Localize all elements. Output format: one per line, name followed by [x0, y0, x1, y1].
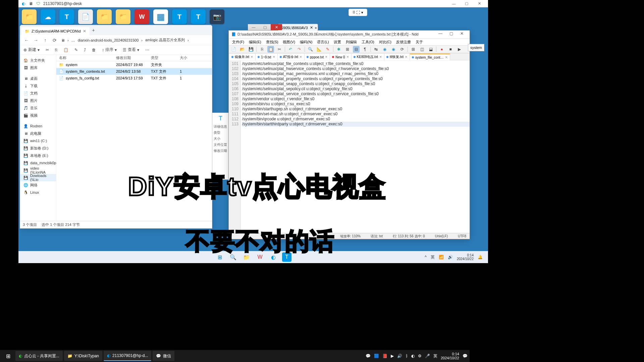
view-button[interactable]: ☰ 查看 ▾	[123, 47, 139, 53]
sidebar-item-network[interactable]: 🌐网络	[20, 181, 56, 189]
tray-wifi-icon[interactable]: 📶	[439, 255, 444, 259]
sidebar-item-pictures[interactable]: 🖼图片	[20, 97, 56, 104]
desktop-icon[interactable]: T	[59, 9, 74, 24]
file-tab[interactable]: pppoe.txt✕	[305, 54, 330, 60]
rename-button[interactable]: ✎	[74, 48, 78, 52]
tool-icon[interactable]: ◉	[381, 46, 388, 53]
new-icon[interactable]: 📄	[230, 46, 237, 53]
taskbar-app[interactable]: 📁Y:\Disk\Typan	[64, 351, 102, 361]
desktop-icon[interactable]: 📁	[22, 9, 37, 24]
close-icon[interactable]: ✕	[83, 29, 86, 34]
tray-bluetooth-icon[interactable]: ᛒ	[406, 354, 408, 358]
file-row[interactable]: 📁system 2024/8/27 19:48文件夹	[56, 61, 212, 68]
play-icon[interactable]: ▶	[456, 46, 463, 53]
sidebar-item-thispc[interactable]: 🖥此电脑	[20, 130, 56, 137]
desktop-icon[interactable]: ▦	[153, 9, 168, 24]
sidebar-item-drive[interactable]: 💾data_mmcblk0p	[20, 159, 56, 167]
file-tab[interactable]: AT指令.txt✕	[278, 54, 305, 60]
desktop-icon[interactable]: T	[191, 9, 206, 24]
tray-ime[interactable]: 英	[433, 353, 437, 359]
start-button[interactable]: ⊞	[2, 351, 14, 361]
tray-icon[interactable]: 💬	[366, 354, 371, 358]
taskbar-app[interactable]: ◐点心云 - 共享闲置...	[15, 351, 63, 361]
taskbar-app[interactable]: 💬微信	[153, 351, 174, 361]
close-button[interactable]: ✕	[271, 24, 282, 30]
minimize-button[interactable]: —	[448, 0, 460, 7]
desktop-icon[interactable]: ☁	[41, 9, 55, 24]
tool-icon[interactable]: ↹	[373, 46, 379, 53]
find-icon[interactable]: 🔍	[307, 46, 314, 53]
desktop-icon[interactable]: T	[172, 9, 187, 24]
copy-button[interactable]: ⎘	[55, 48, 57, 52]
tool-icon[interactable]: ⊞	[410, 46, 417, 53]
paste-button[interactable]: 📋	[63, 48, 68, 52]
forward-button[interactable]: →	[33, 37, 39, 43]
desktop-icon[interactable]: 📷	[210, 9, 224, 24]
copy-icon[interactable]: ⎘	[259, 46, 265, 53]
up-button[interactable]: ↑	[42, 37, 48, 43]
sidebar-item-linux[interactable]: 🐧Linux	[20, 189, 56, 196]
maximize-button[interactable]: ▢	[446, 31, 456, 38]
undo-icon[interactable]: ↶	[287, 46, 294, 53]
breadcrumb[interactable]: 🖥› …dianxin-android-tools_202409231500› …	[61, 38, 189, 43]
desktop-icon[interactable]: 📄	[78, 9, 93, 24]
new-button[interactable]: ⊕ 新建 ▾	[23, 47, 40, 53]
menu-encoding[interactable]: 编码(N)	[300, 40, 312, 45]
tool-icon[interactable]: ✱	[335, 46, 342, 53]
menu-compare[interactable]: 对比(C)	[379, 40, 391, 45]
redo-icon[interactable]: ↷	[296, 46, 303, 53]
file-tab[interactable]: New 0✕	[330, 54, 351, 60]
sidebar-item-drive[interactable]: 💾新加卷 (D:)	[20, 144, 56, 152]
tool-icon[interactable]: 📐	[316, 46, 322, 53]
file-tab[interactable]: system_file_cont…✕	[410, 54, 450, 60]
tool-icon[interactable]: ◉	[390, 46, 397, 53]
taskbar-app[interactable]: ◐211307901@hp-d...	[104, 351, 151, 361]
status-eol[interactable]: Unix(LF)	[435, 234, 448, 238]
file-tab[interactable]: 1~9.txt✕	[256, 54, 277, 60]
maximize-button[interactable]: ▢	[461, 0, 473, 7]
sidebar-item-videos[interactable]: 🎬视频	[20, 112, 56, 119]
tray-icon[interactable]: ▶	[391, 354, 394, 358]
tray-clock[interactable]: 0:142024/10/22	[441, 352, 459, 360]
sidebar-item-documents[interactable]: 📄文档	[20, 89, 56, 97]
tray-icon[interactable]: 🟦	[374, 354, 379, 358]
tray-ime[interactable]: 英	[431, 254, 435, 260]
tray-icon[interactable]: 🎤	[425, 354, 430, 358]
tool-icon[interactable]: ⟳	[399, 46, 406, 53]
col-type[interactable]: 类型	[151, 55, 180, 60]
close-button[interactable]: ✕	[473, 0, 485, 7]
menu-settings[interactable]: 设置	[334, 40, 341, 45]
tray-clock[interactable]: 0:142024/10/22	[457, 253, 474, 261]
share-button[interactable]: ⤴	[84, 48, 86, 52]
save-icon[interactable]: 💾	[248, 46, 254, 53]
tray-chevron-icon[interactable]: ^	[425, 255, 427, 259]
back-button[interactable]: ←	[23, 37, 30, 43]
col-size[interactable]: 大小	[180, 55, 212, 60]
tray-notification-icon[interactable]: 🔔	[478, 255, 483, 259]
tray-notification-icon[interactable]: 💬	[463, 354, 468, 358]
sort-button[interactable]: ↕ 排序 ▾	[102, 47, 117, 53]
tray-icon[interactable]: 🔊	[397, 354, 402, 358]
menu-edit[interactable]: 编辑(E)	[249, 40, 261, 45]
minimize-button[interactable]: —	[435, 31, 445, 38]
more-button[interactable]: ⋯	[145, 48, 149, 52]
menu-find[interactable]: 查找(S)	[266, 40, 278, 45]
stop-icon[interactable]: ■	[447, 46, 454, 53]
explorer-tab-behind[interactable]: S905L\B860AV3✕+	[278, 24, 318, 31]
menu-about[interactable]: 关于	[416, 40, 423, 45]
tray-icon[interactable]: ◐	[411, 354, 415, 358]
record-icon[interactable]: ●	[438, 46, 445, 53]
sidebar-item-drive[interactable]: 💾本地卷 (E:)	[20, 152, 56, 159]
sidebar-item-drive[interactable]: 💾video (\\LionNA	[20, 167, 56, 174]
menu-view[interactable]: 视图(V)	[283, 40, 295, 45]
side-label[interactable]: system	[468, 44, 484, 51]
sidebar-item-music[interactable]: 🎵音乐	[20, 104, 56, 112]
window-button[interactable]: ▢	[259, 24, 271, 30]
refresh-button[interactable]: ⟳	[52, 37, 58, 43]
sidebar-item-downloads[interactable]: ⭳下载	[20, 82, 56, 89]
menu-feedback[interactable]: 反馈注册	[396, 40, 411, 45]
status-enc[interactable]: UTF8	[458, 234, 466, 238]
delete-button[interactable]: 🗑	[92, 48, 96, 52]
menu-column[interactable]: 列编辑	[346, 40, 357, 45]
desktop-icon[interactable]: W	[135, 9, 149, 24]
